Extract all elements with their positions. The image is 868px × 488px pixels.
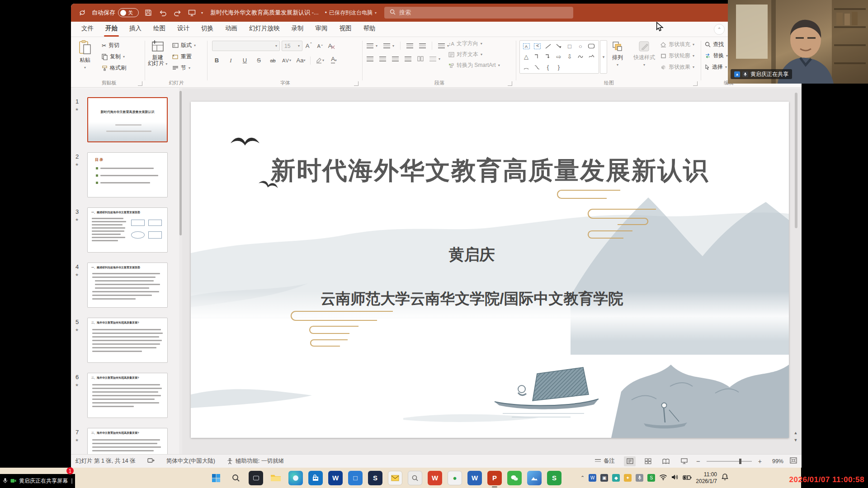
tab-draw[interactable]: 绘图 xyxy=(147,21,171,37)
shape-outline-button[interactable]: 形状轮廓▾ xyxy=(660,52,694,60)
text-columns-button[interactable]: ▾ xyxy=(429,56,440,61)
numbering-button[interactable]: ▾ xyxy=(383,43,394,48)
tab-file[interactable]: 文件 xyxy=(75,21,99,37)
tab-design[interactable]: 设计 xyxy=(171,21,195,37)
thumbnail-slide-7[interactable]: 7 ★ 二、海外华文教育如何实现高质量发展? xyxy=(71,428,179,454)
font-dialog-launcher-icon[interactable] xyxy=(354,81,359,86)
battery-icon[interactable] xyxy=(683,474,692,482)
thumbnail-scrollbar[interactable] xyxy=(179,88,182,454)
tray-app-icon-5[interactable]: S xyxy=(647,474,655,482)
edge-browser-icon[interactable] xyxy=(288,471,303,485)
reset-button[interactable]: 重置 xyxy=(172,53,196,61)
share-banner-expand-icon[interactable] xyxy=(71,478,72,484)
shape-effects-button[interactable]: 形状效果▾ xyxy=(660,63,694,71)
align-center-button[interactable] xyxy=(379,56,386,61)
arc-shape-icon[interactable] xyxy=(521,62,532,72)
clear-formatting-button[interactable]: A xyxy=(327,41,336,51)
search-tool-icon[interactable] xyxy=(408,471,422,485)
arrange-button[interactable]: 排列 ▾ xyxy=(612,41,623,67)
thumbnail-image[interactable]: 目 录 xyxy=(87,152,168,197)
text-direction-button[interactable]: ↕A文字方向▾ xyxy=(448,40,500,47)
qat-more-chevron-icon[interactable]: ▾ xyxy=(201,11,203,15)
save-status[interactable]: • 已保存到这台电脑 ▾ xyxy=(325,9,377,17)
tab-record[interactable]: 录制 xyxy=(286,21,310,37)
webcam-video[interactable]: ▲ 黄启庆正在共享 xyxy=(728,0,868,84)
strikethrough-ab-button[interactable]: ab xyxy=(268,55,278,66)
language-indicator[interactable]: 简体中文(中国大陆) xyxy=(166,457,215,465)
decrease-indent-button[interactable] xyxy=(406,43,413,48)
paragraph-dialog-launcher-icon[interactable] xyxy=(508,81,512,86)
slide-scrollbar[interactable]: ▲ ▼ xyxy=(793,90,799,452)
thumbnail-image[interactable]: 二、海外华文教育如何实现高质量发展? xyxy=(87,318,168,363)
start-slideshow-icon[interactable] xyxy=(187,8,197,18)
thumbnail-slide-3[interactable]: 3 ★ 一、精准研判当前海外华文教育发展形势 xyxy=(71,207,179,254)
find-button[interactable]: 查找 xyxy=(705,41,728,48)
zoom-in-button[interactable]: + xyxy=(758,458,762,465)
clipboard-dialog-launcher-icon[interactable] xyxy=(138,81,142,86)
font-name-combobox[interactable]: ▾ xyxy=(212,41,280,51)
normal-view-button[interactable] xyxy=(624,456,636,466)
scribble-shape-icon[interactable] xyxy=(586,52,597,61)
right-arrow-shape-icon[interactable]: ⇨ xyxy=(553,52,564,61)
slide-canvas[interactable]: 新时代海外华文教育高质量发展新认识 黄启庆 云南师范大学云南华文学院/国际中文教… xyxy=(191,102,789,438)
rounded-rectangle-shape-icon[interactable] xyxy=(586,41,597,51)
file-explorer-icon[interactable] xyxy=(269,471,283,485)
notes-button[interactable]: 备注 xyxy=(595,457,615,465)
tab-home[interactable]: 开始 xyxy=(99,21,123,37)
wechat-icon[interactable] xyxy=(507,471,522,485)
tab-transitions[interactable]: 切换 xyxy=(195,21,219,37)
align-text-button[interactable]: 对齐文本▾ xyxy=(448,51,500,58)
shrink-font-button[interactable]: A⌄ xyxy=(316,41,325,51)
tray-app-icon-2[interactable]: ▣ xyxy=(600,474,608,482)
select-button[interactable]: 选择▾ xyxy=(705,63,728,71)
quick-styles-button[interactable]: 快速样式 ▾ xyxy=(633,41,655,67)
zoom-slider[interactable] xyxy=(707,461,752,462)
tab-review[interactable]: 审阅 xyxy=(310,21,334,37)
photos-app-icon[interactable] xyxy=(527,471,542,485)
start-button[interactable] xyxy=(209,471,223,485)
autosave-toggle[interactable]: 关 xyxy=(118,8,139,17)
fit-slide-to-window-button[interactable] xyxy=(790,457,797,465)
word-icon[interactable]: W xyxy=(467,471,482,485)
save-icon[interactable] xyxy=(143,8,153,18)
undo-icon[interactable] xyxy=(158,8,168,18)
search-input[interactable]: 搜索 xyxy=(384,7,573,19)
strikethrough-button[interactable]: S xyxy=(254,55,264,66)
justify-button[interactable] xyxy=(405,56,411,61)
thumbnail-slide-6[interactable]: 6 ★ 二、海外华文教育如何实现高质量发展? xyxy=(71,373,179,420)
slide-affiliation[interactable]: 云南师范大学云南华文学院/国际中文教育学院 xyxy=(191,289,753,309)
line-spacing-button[interactable]: ▾ xyxy=(438,43,449,48)
task-view-icon[interactable] xyxy=(249,471,263,485)
section-button[interactable]: 节▾ xyxy=(172,64,196,72)
triangle-shape-icon[interactable]: △ xyxy=(521,52,532,61)
increase-indent-button[interactable] xyxy=(419,43,426,48)
zoom-slider-knob[interactable] xyxy=(739,459,741,464)
highlight-button[interactable]: ▾ xyxy=(315,55,325,66)
zoom-out-button[interactable]: − xyxy=(696,457,700,465)
tray-app-icon-3[interactable]: ◆ xyxy=(612,474,620,482)
curve-shape-icon[interactable] xyxy=(532,62,542,72)
bold-button[interactable]: B xyxy=(212,55,222,66)
drawing-dialog-launcher-icon[interactable] xyxy=(693,81,698,86)
columns-button[interactable] xyxy=(417,56,424,61)
thumbnail-slide-4[interactable]: 4 ★ 一、精准研判当前海外华文教育发展形势 xyxy=(71,263,179,310)
arrow-shape-icon[interactable] xyxy=(553,41,564,51)
redo-icon[interactable] xyxy=(172,8,182,18)
taskbar-search-icon[interactable] xyxy=(229,471,243,485)
bullets-button[interactable]: ▾ xyxy=(367,43,377,48)
slide-sorter-view-button[interactable] xyxy=(642,456,654,466)
thumbnail-image[interactable]: 二、海外华文教育如何实现高质量发展? xyxy=(87,373,168,418)
tab-view[interactable]: 视图 xyxy=(334,21,358,37)
shapes-gallery-more-chevron-icon[interactable]: ▾ xyxy=(600,40,607,74)
right-brace-shape-icon[interactable]: } xyxy=(553,62,564,72)
replace-button[interactable]: 替换▾ xyxy=(705,52,728,60)
mail-app-icon[interactable] xyxy=(388,471,402,485)
wifi-icon[interactable] xyxy=(659,474,667,482)
powerpoint-icon[interactable]: P xyxy=(487,471,502,485)
paste-button[interactable]: 粘贴 ▾ xyxy=(78,40,92,70)
reading-view-button[interactable] xyxy=(660,456,672,466)
notification-bell-icon[interactable]: z xyxy=(721,473,729,483)
italic-button[interactable]: I xyxy=(226,55,236,66)
app-icon-navy-s[interactable]: S xyxy=(368,471,382,485)
tab-animations[interactable]: 动画 xyxy=(219,21,243,37)
